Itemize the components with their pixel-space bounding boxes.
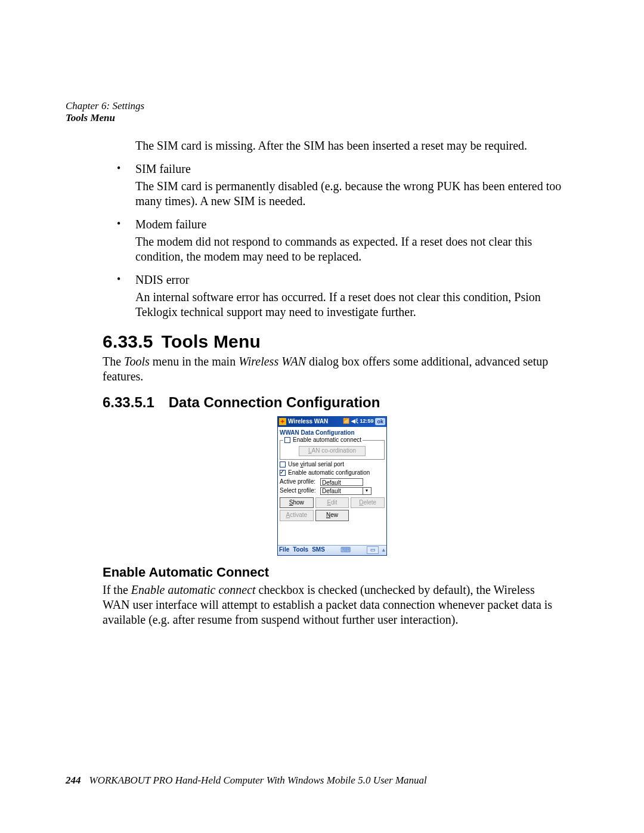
select-profile-value: Default (322, 487, 341, 495)
app-icon: ✦ (279, 418, 286, 425)
sip-button[interactable]: ▭ (367, 546, 379, 554)
menu-file[interactable]: File (279, 546, 289, 554)
ok-button[interactable]: ok (375, 418, 385, 425)
embedded-screenshot: ✦ Wireless WAN 📶 ◀ξ 12:59 ok WWAN Data C… (103, 416, 562, 556)
chapter-label: Chapter 6: Settings (66, 100, 144, 112)
delete-button: Delete (351, 497, 385, 509)
bullet-desc: The modem did not respond to commands as… (135, 234, 562, 264)
enable-automatic-connect-label: Enable automatic connect (293, 436, 361, 444)
section-number: 6.33.5 (103, 332, 153, 351)
dialog-heading: WWAN Data Configuration (280, 429, 385, 437)
bullet-list: SIM failure The SIM card is permanently … (103, 162, 562, 320)
clock-label: 12:59 (360, 418, 373, 425)
bullet-title: Modem failure (135, 217, 562, 232)
chevron-down-icon: ▾ (363, 488, 370, 494)
section-title: Tools Menu (162, 332, 261, 351)
document-page: Chapter 6: Settings Tools Menu The SIM c… (0, 0, 644, 833)
active-profile-value: Default (320, 478, 363, 486)
chapter-subtitle: Tools Menu (66, 112, 144, 124)
new-button[interactable]: New (315, 510, 349, 521)
bullet-desc: The SIM card is permanently disabled (e.… (135, 179, 562, 209)
select-profile-combobox[interactable]: Default ▾ (320, 487, 371, 495)
bullet-title: NDIS error (135, 272, 562, 287)
page-number: 244 (66, 775, 81, 786)
section-heading-data-connection: 6.33.5.1Data Connection Configuration (103, 394, 562, 411)
page-footer: 244WORKABOUT PRO Hand-Held Computer With… (66, 775, 427, 786)
enable-automatic-connect-checkbox[interactable] (284, 437, 290, 443)
menu-sms[interactable]: SMS (312, 546, 325, 554)
bullet-title: SIM failure (135, 162, 562, 176)
list-item: SIM failure The SIM card is permanently … (103, 162, 562, 209)
menu-tools[interactable]: Tools (293, 546, 308, 554)
page-body: The SIM card is missing. After the SIM h… (103, 138, 562, 627)
signal-icon: 📶 (343, 418, 349, 425)
sip-caret-icon[interactable]: ▴ (382, 547, 385, 553)
dialog-button-row: Show Edit Delete Activate New (278, 497, 386, 521)
titlebar-status: 📶 ◀ξ 12:59 ok (343, 418, 385, 425)
enable-automatic-configuration-checkbox[interactable] (280, 470, 286, 476)
bullet-desc: An internal software error has occurred.… (135, 290, 562, 320)
dialog-title: Wireless WAN (288, 418, 343, 426)
speaker-icon: ◀ξ (351, 418, 358, 425)
enable-automatic-configuration-label: Enable automatic configuration (288, 469, 370, 477)
lead-paragraph: The SIM card is missing. After the SIM h… (103, 138, 562, 153)
section-number: 6.33.5.1 (103, 394, 154, 410)
page-header: Chapter 6: Settings Tools Menu (66, 100, 144, 125)
show-button[interactable]: Show (280, 497, 314, 509)
keyboard-icon[interactable]: ⌨ (329, 546, 363, 555)
use-virtual-serial-port-label: Use virtual serial port (288, 461, 344, 469)
wireless-wan-dialog: ✦ Wireless WAN 📶 ◀ξ 12:59 ok WWAN Data C… (277, 416, 387, 556)
section-title: Data Connection Configuration (169, 394, 380, 410)
connect-groupbox: Enable automatic connect LAN co-ordinati… (280, 440, 385, 460)
footer-text: WORKABOUT PRO Hand-Held Computer With Wi… (89, 775, 427, 786)
tools-menu-intro: The Tools menu in the main Wireless WAN … (103, 354, 562, 384)
dialog-content: WWAN Data Configuration Enable automatic… (278, 427, 386, 495)
dialog-menubar: File Tools SMS ⌨ ▭ ▴ (278, 545, 386, 555)
enable-automatic-connect-paragraph: If the Enable automatic connect checkbox… (103, 583, 562, 627)
active-profile-label: Active profile: (280, 478, 318, 486)
section-heading-tools-menu: 6.33.5Tools Menu (103, 330, 562, 353)
lan-coordination-button: LAN co-ordination (299, 446, 366, 456)
edit-button: Edit (315, 497, 349, 509)
subsection-heading-enable-automatic-connect: Enable Automatic Connect (103, 564, 562, 581)
activate-button: Activate (280, 510, 314, 521)
select-profile-label: Select profile: (280, 487, 318, 495)
list-item: Modem failure The modem did not respond … (103, 217, 562, 264)
use-virtual-serial-port-checkbox[interactable] (280, 462, 286, 467)
dialog-titlebar: ✦ Wireless WAN 📶 ◀ξ 12:59 ok (278, 417, 386, 427)
list-item: NDIS error An internal software error ha… (103, 272, 562, 320)
